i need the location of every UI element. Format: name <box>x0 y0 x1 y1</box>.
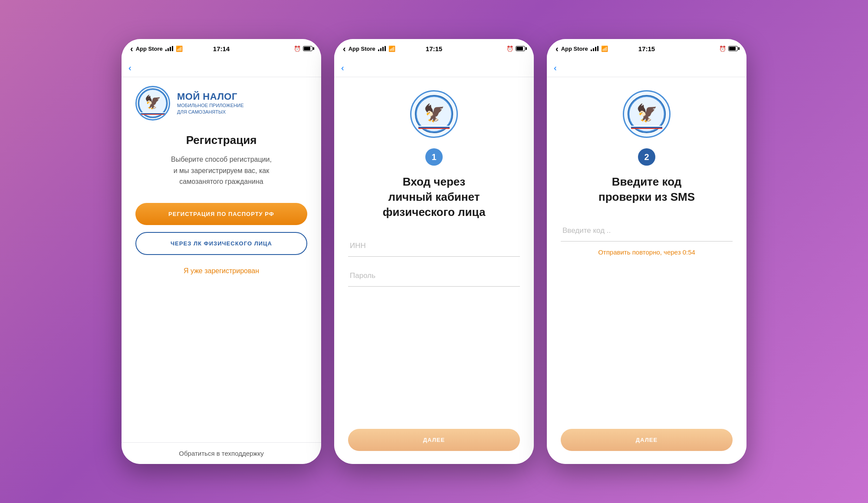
resend-link[interactable]: Отправить повторно, через 0:54 <box>598 248 695 256</box>
back-button-3[interactable]: ‹ <box>554 63 557 72</box>
signal-bars-3 <box>591 46 598 51</box>
screen3-title: Введите кодпроверки из SMS <box>598 174 695 205</box>
step-badge-3: 2 <box>638 148 655 166</box>
alarm-icon-1: ⏰ <box>294 46 301 52</box>
emblem-svg-1: 🦅 <box>138 88 168 118</box>
svg-rect-5 <box>141 113 165 114</box>
support-link[interactable]: Обратиться в техподдержку <box>179 450 263 457</box>
back-button-1[interactable]: ‹ <box>128 63 132 72</box>
svg-text:🦅: 🦅 <box>145 94 161 110</box>
status-back-2: ‹ <box>343 44 346 53</box>
bar1 <box>165 49 167 51</box>
back-chevron-1: ‹ <box>128 63 132 72</box>
signal-bars-2 <box>378 46 386 51</box>
status-left-2: ‹ App Store 📶 <box>343 44 404 53</box>
phone-1: ‹ App Store 📶 17:14 ⏰ ‹ <box>122 39 321 464</box>
btn-passport[interactable]: РЕГИСТРАЦИЯ ПО ПАСПОРТУ РФ <box>135 203 307 225</box>
reg-description: Выберите способ регистрации,и мы зарегис… <box>171 154 272 187</box>
status-back-1: ‹ <box>130 44 133 53</box>
phone-3: ‹ App Store 📶 17:15 ⏰ ‹ <box>547 39 746 464</box>
svg-text:🦅: 🦅 <box>636 103 658 123</box>
svg-rect-12 <box>418 127 450 127</box>
screen2: 🦅 1 Вход черезличный кабинетфизического … <box>334 77 534 464</box>
btn-lk[interactable]: ЧЕРЕЗ ЛК ФИЗИЧЕСКОГО ЛИЦА <box>135 232 307 255</box>
svg-rect-20 <box>631 128 662 129</box>
status-right-3: ⏰ <box>677 46 738 52</box>
status-right-2: ⏰ <box>464 46 525 52</box>
btn-next-2[interactable]: ДАЛЕЕ <box>348 429 520 451</box>
app-store-label-1: App Store <box>136 46 163 52</box>
reg-title: Регистрация <box>186 134 257 147</box>
step-badge-2: 1 <box>425 148 443 166</box>
back-chevron-2: ‹ <box>341 63 344 72</box>
status-time-3: 17:15 <box>616 45 677 52</box>
status-time-1: 17:14 <box>191 45 252 52</box>
logo-circle-2: 🦅 <box>410 90 458 138</box>
emblem-svg-2: 🦅 <box>414 95 454 134</box>
wifi-icon-3: 📶 <box>601 46 608 52</box>
logo-circle-3: 🦅 <box>623 90 671 138</box>
svg-rect-19 <box>631 127 662 127</box>
battery-fill-2 <box>516 47 523 50</box>
bar4 <box>385 46 386 51</box>
status-bar-3: ‹ App Store 📶 17:15 ⏰ <box>547 39 746 58</box>
svg-rect-4 <box>141 112 165 113</box>
app-title: МОЙ НАЛОГ <box>177 91 244 102</box>
status-back-3: ‹ <box>556 44 559 53</box>
support-footer: Обратиться в техподдержку <box>122 442 321 464</box>
bar1 <box>591 49 592 51</box>
screen3-body: 🦅 2 Введите кодпроверки из SMS Отправить… <box>547 77 746 464</box>
bar3 <box>382 47 384 51</box>
screen3: 🦅 2 Введите кодпроверки из SMS Отправить… <box>547 77 746 464</box>
svg-rect-18 <box>631 126 662 127</box>
emblem-svg-3: 🦅 <box>627 95 666 134</box>
logo-header: 🦅 МОЙ НАЛОГ МОБИЛЬНОЕ ПРИЛОЖЕНИЕ ДЛЯ САМ… <box>135 86 244 121</box>
password-input[interactable] <box>348 265 520 287</box>
btn-next-3[interactable]: ДАЛЕЕ <box>561 429 733 451</box>
already-registered-link[interactable]: Я уже зарегистрирован <box>184 267 259 275</box>
phone-2: ‹ App Store 📶 17:15 ⏰ ‹ <box>334 39 534 464</box>
bar2 <box>593 48 594 51</box>
screen1: 🦅 МОЙ НАЛОГ МОБИЛЬНОЕ ПРИЛОЖЕНИЕ ДЛЯ САМ… <box>122 77 321 464</box>
app-store-label-3: App Store <box>561 46 588 52</box>
status-bar-2: ‹ App Store 📶 17:15 ⏰ <box>334 39 534 58</box>
battery-icon-3 <box>728 46 738 51</box>
bar2 <box>168 48 169 51</box>
status-left-1: ‹ App Store 📶 <box>130 44 191 53</box>
svg-rect-6 <box>141 114 165 115</box>
nav-bar-1: ‹ <box>122 58 321 77</box>
alarm-icon-3: ⏰ <box>719 46 726 52</box>
bar3 <box>595 47 596 51</box>
battery-icon-2 <box>516 46 525 51</box>
app-subtitle-line1: МОБИЛЬНОЕ ПРИЛОЖЕНИЕ <box>177 102 244 109</box>
bar2 <box>380 48 381 51</box>
back-button-2[interactable]: ‹ <box>341 63 344 72</box>
bar4 <box>172 46 173 51</box>
status-time-2: 17:15 <box>404 45 464 52</box>
bar4 <box>597 46 598 51</box>
nav-bar-2: ‹ <box>334 58 534 77</box>
svg-rect-11 <box>418 126 450 127</box>
back-chevron-3: ‹ <box>554 63 557 72</box>
bar3 <box>170 47 171 51</box>
app-subtitle-line2: ДЛЯ САМОЗАНЯТЫХ <box>177 109 244 115</box>
screen2-title: Вход черезличный кабинетфизического лица <box>383 174 486 220</box>
battery-fill-1 <box>304 47 310 50</box>
app-store-label-2: App Store <box>349 46 375 52</box>
svg-text:🦅: 🦅 <box>424 103 445 123</box>
status-left-3: ‹ App Store 📶 <box>556 44 616 53</box>
inn-input[interactable] <box>348 235 520 257</box>
app-title-block: МОЙ НАЛОГ МОБИЛЬНОЕ ПРИЛОЖЕНИЕ ДЛЯ САМОЗ… <box>177 91 244 116</box>
screen1-body: 🦅 МОЙ НАЛОГ МОБИЛЬНОЕ ПРИЛОЖЕНИЕ ДЛЯ САМ… <box>122 77 321 284</box>
svg-rect-13 <box>418 128 450 129</box>
bar1 <box>378 49 379 51</box>
wifi-icon-1: 📶 <box>176 46 183 52</box>
battery-fill-3 <box>729 47 736 50</box>
alarm-icon-2: ⏰ <box>506 46 513 52</box>
wifi-icon-2: 📶 <box>388 46 395 52</box>
battery-icon-1 <box>303 46 312 51</box>
signal-bars-1 <box>165 46 173 51</box>
screen2-body: 🦅 1 Вход черезличный кабинетфизического … <box>334 77 534 464</box>
logo-circle-1: 🦅 <box>135 86 170 121</box>
code-input[interactable] <box>561 220 733 242</box>
